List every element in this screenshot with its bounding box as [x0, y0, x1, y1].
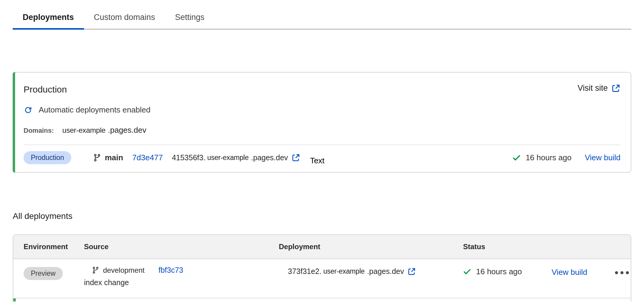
- domains-row: Domains: user-example .pages.dev: [24, 125, 620, 135]
- tab-deployments-label: Deployments: [23, 13, 74, 22]
- deployment-host: user-example: [323, 267, 365, 275]
- branch-name: main: [105, 153, 123, 162]
- commit-link[interactable]: 7d3e477: [132, 153, 163, 162]
- deployments-table: Environment Source Deployment Status Pre…: [13, 234, 631, 301]
- deployment-suffix: .pages.dev: [251, 153, 288, 162]
- row-actions-cell: [614, 266, 631, 275]
- success-check-icon: [512, 154, 521, 162]
- commit-link[interactable]: fbf3c73: [158, 266, 183, 275]
- kebab-dot: [620, 271, 623, 274]
- external-link-icon: [611, 84, 620, 93]
- deployment-status: 16 hours ago: [512, 153, 572, 162]
- domains-label: Domains:: [24, 127, 54, 135]
- view-build-link[interactable]: View build: [552, 268, 587, 277]
- external-link-icon: [407, 267, 416, 276]
- kebab-dot: [626, 271, 629, 274]
- deployment-id: 415356f3.: [172, 153, 205, 162]
- deployment-id: 373f31e2.: [288, 267, 321, 276]
- status-cell: 16 hours ago: [463, 266, 552, 276]
- production-deployment-row: Production main 7d3e477 415356f3. user-e…: [24, 145, 620, 172]
- tab-bar: Deployments Custom domains Settings: [13, 8, 631, 30]
- git-branch-icon: [92, 266, 99, 274]
- column-header-deployment: Deployment: [279, 243, 463, 251]
- deployment-host: user-example: [207, 154, 249, 162]
- deployment-time: 16 hours ago: [476, 267, 522, 276]
- tab-settings[interactable]: Settings: [165, 8, 214, 29]
- table-header-row: Environment Source Deployment Status: [13, 235, 631, 259]
- domain-host: user-example: [62, 126, 105, 135]
- view-build-cell: View build: [552, 266, 614, 277]
- column-header-source: Source: [84, 243, 279, 251]
- pages-deployments-screen: Deployments Custom domains Settings Prod…: [0, 0, 644, 306]
- branch-group: main: [93, 153, 123, 162]
- domain-suffix: .pages.dev: [108, 125, 146, 135]
- all-deployments-heading: All deployments: [13, 211, 644, 221]
- tab-settings-label: Settings: [175, 13, 204, 22]
- production-indicator-stripe: [13, 298, 16, 301]
- source-cell: development fbf3c73 index change: [84, 266, 279, 287]
- automatic-deployments-status: Automatic deployments enabled: [24, 105, 620, 115]
- next-row-peek: [13, 298, 631, 301]
- deployment-table-row: Preview development fbf3c73 index change…: [13, 259, 631, 298]
- environment-cell: Preview: [24, 266, 84, 280]
- row-actions-menu-button[interactable]: [614, 270, 630, 275]
- production-card-header: Production Visit site: [24, 83, 620, 96]
- text-annotation: Text: [310, 156, 324, 165]
- kebab-dot: [615, 271, 618, 274]
- production-card: Production Visit site Automatic deployme…: [13, 72, 631, 173]
- production-indicator-stripe: [13, 72, 15, 173]
- deployment-suffix: .pages.dev: [367, 267, 404, 276]
- visit-site-link[interactable]: Visit site: [578, 83, 620, 93]
- external-link-icon: [291, 153, 300, 162]
- tab-custom-domains[interactable]: Custom domains: [84, 8, 165, 29]
- deployment-url-link[interactable]: 415356f3. user-example .pages.dev: [172, 153, 300, 162]
- column-header-status: Status: [463, 243, 552, 251]
- tab-custom-domains-label: Custom domains: [94, 13, 155, 22]
- refresh-icon: [24, 106, 33, 115]
- environment-badge: Preview: [24, 267, 63, 280]
- branch-name: development: [103, 266, 144, 275]
- visit-site-label: Visit site: [578, 83, 608, 93]
- success-check-icon: [463, 268, 471, 276]
- deployment-time: 16 hours ago: [526, 153, 572, 162]
- active-tab-underline: [13, 28, 84, 30]
- deployment-cell: 373f31e2. user-example .pages.dev: [279, 266, 463, 276]
- environment-badge: Production: [24, 151, 71, 164]
- commit-message: index change: [84, 278, 279, 287]
- tab-deployments[interactable]: Deployments: [13, 8, 84, 29]
- automatic-deployments-label: Automatic deployments enabled: [39, 105, 150, 115]
- deployment-url-link[interactable]: 373f31e2. user-example .pages.dev: [288, 267, 463, 276]
- column-header-environment: Environment: [24, 243, 84, 251]
- view-build-link[interactable]: View build: [585, 153, 620, 162]
- production-card-title: Production: [24, 83, 67, 96]
- git-branch-icon: [93, 154, 101, 162]
